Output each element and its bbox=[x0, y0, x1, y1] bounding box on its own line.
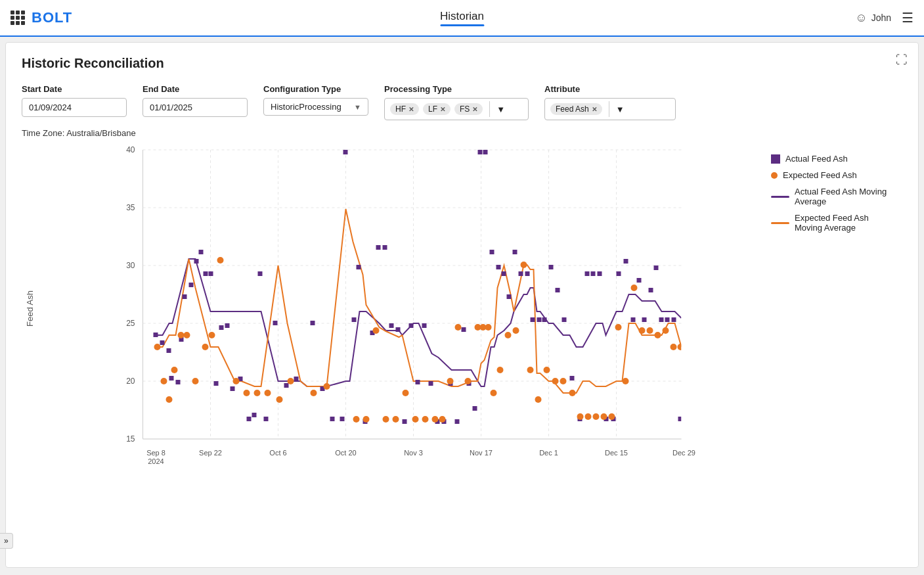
svg-text:Dec 1: Dec 1 bbox=[539, 449, 558, 457]
svg-text:Nov 3: Nov 3 bbox=[404, 449, 423, 457]
actual-dot bbox=[429, 381, 433, 386]
user-menu[interactable]: ☺ John bbox=[855, 11, 891, 25]
svg-text:30: 30 bbox=[126, 261, 135, 270]
actual-dot bbox=[490, 250, 495, 254]
actual-dot bbox=[352, 317, 357, 322]
actual-dot bbox=[383, 245, 387, 250]
start-date-label: Start Date bbox=[22, 84, 127, 94]
expected-dot bbox=[254, 390, 261, 396]
actual-dot bbox=[591, 271, 596, 276]
actual-dot bbox=[531, 317, 535, 322]
start-date-input[interactable] bbox=[22, 98, 127, 117]
expected-line bbox=[156, 209, 682, 393]
svg-text:20: 20 bbox=[126, 377, 135, 386]
actual-dot bbox=[659, 317, 664, 322]
expected-dot bbox=[166, 396, 173, 403]
legend-expected-line-label: Expected Feed Ash Moving Average bbox=[795, 213, 897, 233]
actual-dot bbox=[473, 406, 477, 411]
sidebar-toggle[interactable]: » bbox=[0, 533, 13, 549]
expected-dot bbox=[383, 416, 389, 423]
chevron-down-icon-3: ▼ bbox=[616, 104, 625, 114]
expected-dot bbox=[202, 344, 209, 350]
chart-svg: 40 35 30 25 20 15 Sep 8 2024 bbox=[40, 143, 758, 472]
logo: BOLT bbox=[32, 9, 72, 26]
expected-dot bbox=[497, 367, 504, 373]
tag-feedash-remove[interactable]: ✕ bbox=[592, 106, 597, 113]
actual-dot bbox=[311, 321, 315, 325]
svg-text:Oct 6: Oct 6 bbox=[269, 449, 286, 457]
actual-line bbox=[156, 259, 682, 386]
processing-type-select[interactable]: HF ✕ LF ✕ FS ✕ ▼ bbox=[384, 98, 529, 120]
expected-dot bbox=[373, 327, 380, 334]
expected-dot bbox=[663, 327, 669, 334]
end-date-input[interactable] bbox=[143, 98, 248, 117]
expected-dot bbox=[403, 390, 409, 396]
actual-dot bbox=[665, 317, 670, 322]
expected-dot bbox=[521, 262, 527, 268]
expected-dot bbox=[422, 416, 429, 423]
expected-dot bbox=[217, 257, 224, 264]
actual-dot bbox=[624, 259, 628, 264]
filters-row: Start Date End Date Configuration Type H… bbox=[22, 84, 902, 120]
actual-dot bbox=[678, 417, 683, 421]
grid-menu-icon[interactable] bbox=[11, 11, 25, 25]
chart-legend: Actual Feed Ash Expected Feed Ash Actual… bbox=[758, 143, 902, 474]
expected-dot bbox=[432, 416, 439, 423]
expected-dot bbox=[447, 378, 454, 384]
actual-dot bbox=[649, 288, 653, 292]
actual-dot bbox=[160, 340, 165, 345]
actual-dot bbox=[189, 283, 194, 287]
svg-text:25: 25 bbox=[126, 319, 135, 328]
actual-dot bbox=[396, 327, 401, 332]
tag-hf-remove[interactable]: ✕ bbox=[408, 106, 414, 113]
nav-underline bbox=[440, 24, 484, 26]
legend-actual-line-icon bbox=[771, 196, 789, 198]
actual-dot bbox=[598, 271, 602, 276]
svg-text:Nov 17: Nov 17 bbox=[470, 449, 493, 457]
legend-expected-scatter-label: Expected Feed Ash bbox=[783, 170, 857, 180]
tag-fs-remove[interactable]: ✕ bbox=[472, 106, 477, 113]
legend-expected-scatter: Expected Feed Ash bbox=[771, 170, 897, 180]
actual-dot bbox=[252, 413, 257, 417]
actual-dot bbox=[169, 376, 174, 380]
actual-dot bbox=[637, 278, 642, 283]
svg-rect-0 bbox=[143, 150, 682, 439]
page-title: Historic Reconciliation bbox=[22, 56, 902, 71]
attribute-label: Attribute bbox=[544, 84, 676, 94]
expected-dot bbox=[233, 378, 240, 384]
tag-lf: LF ✕ bbox=[423, 103, 451, 115]
expected-dot bbox=[513, 327, 519, 334]
expected-dot bbox=[601, 413, 607, 420]
expected-dot bbox=[552, 378, 559, 384]
svg-text:2024: 2024 bbox=[148, 457, 164, 465]
actual-dot bbox=[376, 245, 381, 250]
actual-dot bbox=[631, 317, 636, 322]
tag-lf-remove[interactable]: ✕ bbox=[440, 106, 445, 113]
actual-dot bbox=[570, 376, 575, 380]
expected-dot bbox=[615, 324, 622, 331]
expected-dot bbox=[647, 327, 653, 334]
actual-dot bbox=[478, 150, 483, 154]
nav-title: Historian bbox=[440, 10, 484, 23]
svg-text:Dec 29: Dec 29 bbox=[672, 449, 695, 457]
actual-dot bbox=[204, 271, 208, 276]
expected-dot bbox=[288, 378, 294, 384]
expected-dot bbox=[560, 378, 567, 384]
expected-dot bbox=[593, 413, 600, 420]
hamburger-icon[interactable]: ☰ bbox=[902, 11, 913, 24]
attribute-select[interactable]: Feed Ash ✕ ▼ bbox=[544, 98, 676, 120]
actual-dot bbox=[542, 317, 547, 322]
expected-dot bbox=[353, 416, 360, 423]
actual-dot bbox=[264, 417, 269, 421]
actual-dot bbox=[284, 383, 289, 388]
actual-dot bbox=[585, 271, 590, 276]
expand-icon[interactable]: ⛶ bbox=[896, 53, 908, 67]
config-type-select[interactable]: HistoricProcessing ▼ bbox=[263, 98, 368, 116]
expected-dot bbox=[505, 332, 512, 338]
actual-dot bbox=[231, 386, 235, 391]
nav-center: Historian bbox=[440, 10, 484, 26]
expected-dot bbox=[171, 367, 178, 373]
expected-dot bbox=[265, 390, 271, 396]
actual-dot bbox=[409, 323, 414, 328]
user-icon: ☺ bbox=[855, 11, 867, 25]
